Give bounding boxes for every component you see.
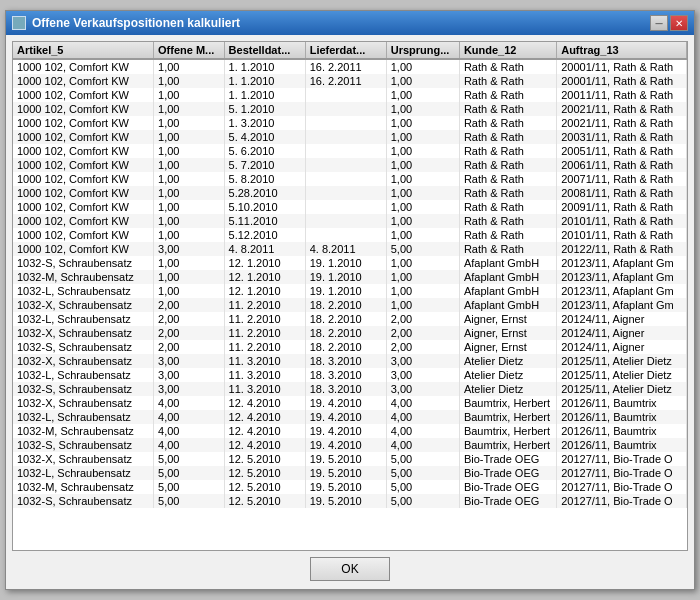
cell-bestell: 5.11.2010 bbox=[224, 214, 305, 228]
cell-auftrag: 20125/11, Atelier Dietz bbox=[557, 382, 687, 396]
cell-bestell: 1. 1.2010 bbox=[224, 88, 305, 102]
cell-liefer bbox=[305, 186, 386, 200]
ok-button[interactable]: OK bbox=[310, 557, 390, 581]
cell-liefer bbox=[305, 130, 386, 144]
table-row[interactable]: 1032-M, Schraubensatz1,0012. 1.201019. 1… bbox=[13, 270, 687, 284]
cell-artikel: 1000 102, Comfort KW bbox=[13, 158, 154, 172]
table-row[interactable]: 1000 102, Comfort KW1,005.28.20101,00Rat… bbox=[13, 186, 687, 200]
table-row[interactable]: 1032-S, Schraubensatz3,0011. 3.201018. 3… bbox=[13, 382, 687, 396]
table-row[interactable]: 1032-L, Schraubensatz1,0012. 1.201019. 1… bbox=[13, 284, 687, 298]
table-row[interactable]: 1032-X, Schraubensatz3,0011. 3.201018. 3… bbox=[13, 354, 687, 368]
cell-kunde: Rath & Rath bbox=[459, 214, 556, 228]
table-row[interactable]: 1032-M, Schraubensatz4,0012. 4.201019. 4… bbox=[13, 424, 687, 438]
table-row[interactable]: 1032-L, Schraubensatz4,0012. 4.201019. 4… bbox=[13, 410, 687, 424]
cell-auftrag: 20127/11, Bio-Trade O bbox=[557, 494, 687, 508]
table-row[interactable]: 1032-S, Schraubensatz1,0012. 1.201019. 1… bbox=[13, 256, 687, 270]
table-row[interactable]: 1032-X, Schraubensatz2,0011. 2.201018. 2… bbox=[13, 326, 687, 340]
minimize-button[interactable]: ─ bbox=[650, 15, 668, 31]
cell-offene: 5,00 bbox=[154, 452, 225, 466]
table-row[interactable]: 1000 102, Comfort KW1,005.10.20101,00Rat… bbox=[13, 200, 687, 214]
cell-offene: 1,00 bbox=[154, 270, 225, 284]
table-row[interactable]: 1000 102, Comfort KW1,001. 1.201016. 2.2… bbox=[13, 59, 687, 74]
cell-liefer: 19. 1.2010 bbox=[305, 284, 386, 298]
table-row[interactable]: 1000 102, Comfort KW1,001. 1.20101,00Rat… bbox=[13, 88, 687, 102]
table-body: 1000 102, Comfort KW1,001. 1.201016. 2.2… bbox=[13, 59, 687, 508]
cell-offene: 4,00 bbox=[154, 396, 225, 410]
cell-offene: 1,00 bbox=[154, 228, 225, 242]
table-row[interactable]: 1032-S, Schraubensatz2,0011. 2.201018. 2… bbox=[13, 340, 687, 354]
cell-bestell: 12. 4.2010 bbox=[224, 438, 305, 452]
table-row[interactable]: 1000 102, Comfort KW1,001. 3.20101,00Rat… bbox=[13, 116, 687, 130]
cell-bestell: 5.10.2010 bbox=[224, 200, 305, 214]
table-row[interactable]: 1032-L, Schraubensatz5,0012. 5.201019. 5… bbox=[13, 466, 687, 480]
footer: OK bbox=[12, 551, 688, 583]
cell-artikel: 1032-X, Schraubensatz bbox=[13, 298, 154, 312]
cell-ursprung: 4,00 bbox=[386, 438, 459, 452]
cell-ursprung: 1,00 bbox=[386, 228, 459, 242]
cell-offene: 1,00 bbox=[154, 59, 225, 74]
close-button[interactable]: ✕ bbox=[670, 15, 688, 31]
table-row[interactable]: 1000 102, Comfort KW1,005. 6.20101,00Rat… bbox=[13, 144, 687, 158]
cell-auftrag: 20091/11, Rath & Rath bbox=[557, 200, 687, 214]
table-row[interactable]: 1032-X, Schraubensatz4,0012. 4.201019. 4… bbox=[13, 396, 687, 410]
table-header: Artikel_5 Offene M... Bestelldat... Lief… bbox=[13, 42, 687, 59]
table-row[interactable]: 1000 102, Comfort KW1,005. 8.20101,00Rat… bbox=[13, 172, 687, 186]
table-row[interactable]: 1032-X, Schraubensatz5,0012. 5.201019. 5… bbox=[13, 452, 687, 466]
cell-bestell: 4. 8.2011 bbox=[224, 242, 305, 256]
cell-auftrag: 20071/11, Rath & Rath bbox=[557, 172, 687, 186]
cell-auftrag: 20123/11, Afaplant Gm bbox=[557, 256, 687, 270]
table-row[interactable]: 1000 102, Comfort KW3,004. 8.20114. 8.20… bbox=[13, 242, 687, 256]
table-row[interactable]: 1032-M, Schraubensatz5,0012. 5.201019. 5… bbox=[13, 480, 687, 494]
cell-kunde: Rath & Rath bbox=[459, 242, 556, 256]
cell-liefer: 18. 2.2010 bbox=[305, 298, 386, 312]
cell-offene: 2,00 bbox=[154, 326, 225, 340]
cell-liefer: 19. 4.2010 bbox=[305, 438, 386, 452]
cell-offene: 1,00 bbox=[154, 144, 225, 158]
cell-offene: 1,00 bbox=[154, 214, 225, 228]
cell-auftrag: 20011/11, Rath & Rath bbox=[557, 88, 687, 102]
cell-ursprung: 4,00 bbox=[386, 424, 459, 438]
col-header-liefer: Lieferdat... bbox=[305, 42, 386, 59]
table-row[interactable]: 1032-S, Schraubensatz4,0012. 4.201019. 4… bbox=[13, 438, 687, 452]
cell-offene: 1,00 bbox=[154, 200, 225, 214]
cell-ursprung: 1,00 bbox=[386, 270, 459, 284]
cell-offene: 4,00 bbox=[154, 438, 225, 452]
cell-liefer: 16. 2.2011 bbox=[305, 74, 386, 88]
cell-offene: 1,00 bbox=[154, 102, 225, 116]
table-row[interactable]: 1000 102, Comfort KW1,005.11.20101,00Rat… bbox=[13, 214, 687, 228]
cell-ursprung: 1,00 bbox=[386, 158, 459, 172]
cell-liefer bbox=[305, 228, 386, 242]
cell-bestell: 12. 4.2010 bbox=[224, 424, 305, 438]
cell-kunde: Rath & Rath bbox=[459, 88, 556, 102]
cell-bestell: 5.12.2010 bbox=[224, 228, 305, 242]
cell-ursprung: 4,00 bbox=[386, 396, 459, 410]
cell-artikel: 1000 102, Comfort KW bbox=[13, 74, 154, 88]
cell-auftrag: 20101/11, Rath & Rath bbox=[557, 214, 687, 228]
table-row[interactable]: 1000 102, Comfort KW1,005.12.20101,00Rat… bbox=[13, 228, 687, 242]
cell-liefer bbox=[305, 102, 386, 116]
table-row[interactable]: 1000 102, Comfort KW1,001. 1.201016. 2.2… bbox=[13, 74, 687, 88]
col-header-ursprung: Ursprung... bbox=[386, 42, 459, 59]
title-bar-left: Offene Verkaufspositionen kalkuliert bbox=[12, 16, 240, 30]
cell-artikel: 1000 102, Comfort KW bbox=[13, 228, 154, 242]
table-row[interactable]: 1032-S, Schraubensatz5,0012. 5.201019. 5… bbox=[13, 494, 687, 508]
table-row[interactable]: 1032-L, Schraubensatz2,0011. 2.201018. 2… bbox=[13, 312, 687, 326]
cell-bestell: 12. 5.2010 bbox=[224, 480, 305, 494]
cell-ursprung: 1,00 bbox=[386, 74, 459, 88]
cell-ursprung: 1,00 bbox=[386, 186, 459, 200]
cell-offene: 1,00 bbox=[154, 186, 225, 200]
cell-auftrag: 20127/11, Bio-Trade O bbox=[557, 480, 687, 494]
cell-bestell: 12. 4.2010 bbox=[224, 410, 305, 424]
cell-auftrag: 20001/11, Rath & Rath bbox=[557, 74, 687, 88]
cell-liefer bbox=[305, 172, 386, 186]
cell-offene: 1,00 bbox=[154, 74, 225, 88]
cell-kunde: Afaplant GmbH bbox=[459, 284, 556, 298]
table-scroll[interactable]: Artikel_5 Offene M... Bestelldat... Lief… bbox=[13, 42, 687, 550]
cell-ursprung: 5,00 bbox=[386, 242, 459, 256]
cell-liefer: 18. 3.2010 bbox=[305, 354, 386, 368]
table-row[interactable]: 1032-X, Schraubensatz2,0011. 2.201018. 2… bbox=[13, 298, 687, 312]
table-row[interactable]: 1000 102, Comfort KW1,005. 4.20101,00Rat… bbox=[13, 130, 687, 144]
table-row[interactable]: 1000 102, Comfort KW1,005. 1.20101,00Rat… bbox=[13, 102, 687, 116]
table-row[interactable]: 1000 102, Comfort KW1,005. 7.20101,00Rat… bbox=[13, 158, 687, 172]
table-row[interactable]: 1032-L, Schraubensatz3,0011. 3.201018. 3… bbox=[13, 368, 687, 382]
